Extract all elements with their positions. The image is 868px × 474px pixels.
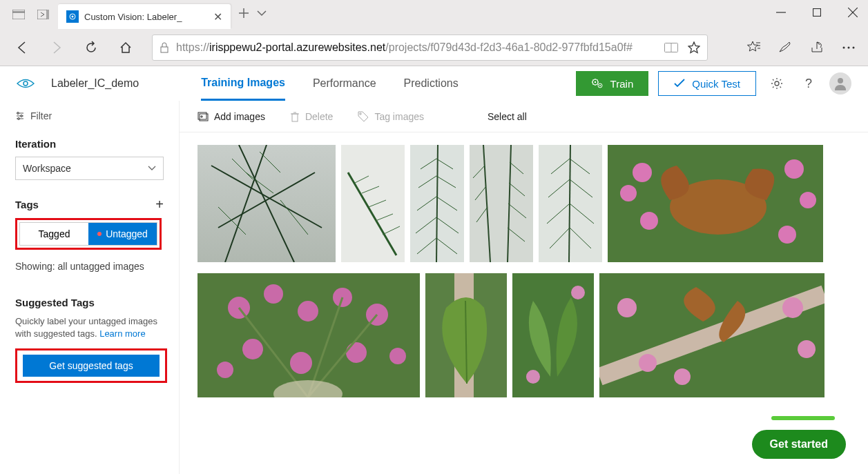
project-name[interactable]: Labeler_IC_demo xyxy=(51,77,139,90)
svg-point-102 xyxy=(389,348,406,364)
svg-point-23 xyxy=(594,81,595,83)
svg-point-101 xyxy=(217,362,233,378)
untagged-toggle[interactable]: Untagged xyxy=(88,223,157,245)
svg-line-49 xyxy=(218,207,246,235)
filter-icon xyxy=(15,111,25,121)
url-box[interactable]: https://irisppewu2-portal.azurewebsites.… xyxy=(152,34,708,61)
image-thumb[interactable] xyxy=(410,145,464,262)
svg-point-106 xyxy=(273,380,343,397)
close-icon[interactable]: ✕ xyxy=(213,10,222,23)
minimize-icon[interactable] xyxy=(771,3,791,22)
iteration-title: Iteration xyxy=(15,138,164,150)
svg-line-45 xyxy=(218,172,315,228)
svg-line-59 xyxy=(436,159,453,169)
svg-line-78 xyxy=(551,159,570,174)
add-images-button[interactable]: Add images xyxy=(197,111,265,122)
get-started-button[interactable]: Get started xyxy=(752,430,846,459)
iteration-select[interactable]: Workspace xyxy=(15,157,164,180)
svg-line-72 xyxy=(476,207,488,222)
image-thumb[interactable] xyxy=(341,145,405,262)
tab-predictions[interactable]: Predictions xyxy=(404,68,459,99)
learn-more-link[interactable]: Learn more xyxy=(99,328,145,339)
suggest-highlight: Get suggested tags xyxy=(15,348,167,383)
browser-tab[interactable]: Custom Vision: Labeler_ ✕ xyxy=(58,4,231,29)
gear-icon[interactable] xyxy=(766,72,788,95)
svg-line-51 xyxy=(348,172,396,255)
select-all-button[interactable]: Select all xyxy=(488,111,527,122)
svg-line-81 xyxy=(570,179,592,197)
svg-point-95 xyxy=(298,301,318,322)
home-icon[interactable] xyxy=(112,34,139,61)
svg-line-85 xyxy=(570,228,591,248)
image-thumb[interactable] xyxy=(599,273,824,397)
window-controls xyxy=(771,3,862,22)
favorites-list-icon[interactable] xyxy=(742,37,764,59)
tags-header: Tags + xyxy=(15,197,164,213)
app-tabs: Training Images Performance Predictions xyxy=(201,66,459,101)
svg-line-62 xyxy=(417,197,436,210)
filter-label: Filter xyxy=(30,110,52,121)
content: Add images Delete Tag images Select all xyxy=(180,101,868,474)
get-suggested-tags-button[interactable]: Get suggested tags xyxy=(23,355,160,377)
svg-point-25 xyxy=(599,85,601,86)
gears-icon xyxy=(591,78,604,89)
tags-label: Tags xyxy=(15,199,39,210)
suggested-tags-desc: Quickly label your untagged images with … xyxy=(15,315,164,340)
svg-point-5 xyxy=(72,16,74,18)
chevron-down-icon[interactable] xyxy=(257,10,267,17)
gallery xyxy=(180,132,868,410)
svg-line-84 xyxy=(550,228,570,248)
refresh-icon[interactable] xyxy=(77,34,105,61)
maximize-icon[interactable] xyxy=(807,3,827,22)
image-thumb[interactable] xyxy=(197,273,420,397)
svg-line-70 xyxy=(473,166,485,178)
back-icon[interactable] xyxy=(8,34,36,61)
image-thumb[interactable] xyxy=(425,273,507,397)
image-thumb[interactable] xyxy=(470,145,533,262)
svg-line-65 xyxy=(436,217,459,233)
image-thumb[interactable] xyxy=(539,145,602,262)
tab-preview-icon[interactable] xyxy=(11,7,26,22)
header-actions: Train Quick Test ? xyxy=(576,71,851,96)
tag-images-button[interactable]: Tag images xyxy=(358,111,424,122)
avatar[interactable] xyxy=(829,72,851,95)
star-icon[interactable] xyxy=(688,41,700,54)
tab-aside-icon[interactable] xyxy=(36,7,51,22)
svg-rect-2 xyxy=(37,10,47,19)
svg-point-87 xyxy=(633,163,652,182)
image-thumb[interactable] xyxy=(608,145,823,262)
image-thumb[interactable] xyxy=(512,273,594,397)
filter-row[interactable]: Filter xyxy=(15,110,164,121)
svg-point-26 xyxy=(775,81,779,86)
image-thumb[interactable] xyxy=(197,145,336,262)
more-icon[interactable] xyxy=(838,37,860,59)
svg-line-66 xyxy=(417,238,436,254)
delete-button[interactable]: Delete xyxy=(290,111,333,122)
svg-line-75 xyxy=(508,204,526,218)
add-tag-icon[interactable]: + xyxy=(155,197,164,213)
add-images-icon xyxy=(197,112,209,121)
svg-line-68 xyxy=(483,145,490,262)
tab-performance[interactable]: Performance xyxy=(313,68,376,99)
check-icon xyxy=(674,79,685,88)
svg-point-115 xyxy=(798,340,816,358)
window-close-icon[interactable] xyxy=(843,3,862,22)
train-button[interactable]: Train xyxy=(576,71,649,96)
svg-line-64 xyxy=(416,217,436,233)
reading-view-icon[interactable] xyxy=(664,43,678,52)
app-header: Labeler_IC_demo Training Images Performa… xyxy=(0,66,868,101)
pen-icon[interactable] xyxy=(774,37,796,59)
chevron-down-icon xyxy=(148,166,156,171)
svg-line-42 xyxy=(239,145,294,262)
quick-test-button[interactable]: Quick Test xyxy=(658,71,756,96)
tab-training-images[interactable]: Training Images xyxy=(201,67,285,101)
tagged-toggle[interactable]: Tagged xyxy=(20,223,88,245)
toolbar: Add images Delete Tag images Select all xyxy=(180,101,868,132)
titlebar: Custom Vision: Labeler_ ✕ xyxy=(0,0,868,29)
svg-point-94 xyxy=(264,284,283,304)
help-icon[interactable]: ? xyxy=(798,72,820,95)
forward-icon[interactable] xyxy=(43,34,70,61)
showing-text: Showing: all untagged images xyxy=(15,261,164,272)
new-tab-icon[interactable] xyxy=(239,8,249,18)
share-icon[interactable] xyxy=(806,37,828,59)
